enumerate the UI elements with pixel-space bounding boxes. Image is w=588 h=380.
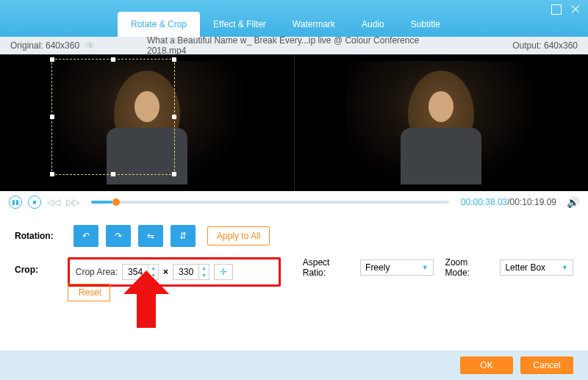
footer-bar: OK Cancel	[0, 351, 588, 380]
cancel-button[interactable]: Cancel	[520, 356, 573, 374]
zoom-mode-label: Zoom Mode:	[445, 257, 489, 278]
crop-height-stepper[interactable]: ▲▼	[173, 264, 209, 280]
crop-handle[interactable]	[50, 115, 54, 119]
crop-area-label: Crop Area:	[76, 267, 118, 277]
original-size-label: Original: 640x360	[10, 40, 79, 51]
crop-handle[interactable]	[172, 172, 176, 176]
prev-frame-button[interactable]: ◁◁	[47, 197, 60, 207]
time-current: 00:00:38.03	[461, 197, 507, 207]
volume-icon[interactable]: 🔊	[567, 196, 579, 208]
crop-handle[interactable]	[172, 115, 176, 119]
ok-button[interactable]: OK	[460, 356, 513, 374]
eye-icon[interactable]: 👁	[85, 40, 96, 51]
crop-handle[interactable]	[172, 57, 176, 62]
filename-label: What a Beautiful Name w_ Break Every...i…	[147, 35, 441, 56]
next-frame-button[interactable]: ▷▷	[66, 197, 79, 207]
crop-height-up[interactable]: ▲	[199, 265, 209, 272]
tab-audio[interactable]: Audio	[348, 12, 398, 37]
output-size-label: Output: 640x360	[512, 40, 578, 51]
player-bar: ▮▮ ■ ◁◁ ▷▷ 00:00:38.03/00:10:19.09 🔊	[0, 191, 588, 213]
reset-button[interactable]: Reset	[68, 284, 110, 301]
crop-handle[interactable]	[111, 57, 115, 62]
rotation-label: Rotation:	[15, 231, 74, 241]
zoom-mode-select[interactable]: Letter Box ▼	[500, 259, 573, 276]
crop-area-group: Crop Area: ▲▼ × ▲▼ ✛	[68, 257, 281, 287]
annotation-arrow	[123, 270, 169, 328]
maximize-icon[interactable]	[551, 4, 562, 15]
crop-handle[interactable]	[50, 172, 54, 176]
pause-button[interactable]: ▮▮	[9, 196, 22, 209]
seek-knob[interactable]	[112, 198, 120, 206]
crop-center-button[interactable]: ✛	[214, 264, 233, 280]
flip-vertical-button[interactable]: ⇵	[171, 225, 196, 247]
chevron-down-icon: ▼	[422, 264, 429, 271]
aspect-ratio-select[interactable]: Freely ▼	[360, 259, 434, 276]
tab-subtitle[interactable]: Subtitle	[398, 12, 453, 37]
title-bar: Rotate & Crop Effect & Filter Watermark …	[0, 0, 588, 37]
tab-bar: Rotate & Crop Effect & Filter Watermark …	[118, 12, 453, 37]
video-thumb-right	[345, 61, 537, 184]
crop-label: Crop:	[15, 257, 68, 275]
rotate-cw-button[interactable]: ↷	[106, 225, 131, 247]
time-total: /00:10:19.09	[507, 197, 556, 207]
crop-height-input[interactable]	[173, 267, 198, 277]
tab-watermark[interactable]: Watermark	[279, 12, 348, 37]
preview-output	[295, 54, 589, 191]
tab-effect-filter[interactable]: Effect & Filter	[200, 12, 279, 37]
preview-original[interactable]	[0, 54, 295, 191]
aspect-ratio-value: Freely	[365, 262, 390, 273]
rotate-ccw-button[interactable]: ↶	[74, 225, 98, 247]
crop-selection[interactable]	[51, 59, 175, 175]
tab-rotate-crop[interactable]: Rotate & Crop	[118, 12, 200, 37]
zoom-mode-value: Letter Box	[505, 262, 545, 273]
crop-handle[interactable]	[50, 57, 54, 62]
controls-area: Rotation: ↶ ↷ ⇋ ⇵ Apply to All Crop: Cro…	[0, 213, 588, 316]
crop-height-down[interactable]: ▼	[199, 272, 209, 279]
time-display: 00:00:38.03/00:10:19.09	[461, 197, 556, 207]
flip-horizontal-button[interactable]: ⇋	[138, 225, 163, 247]
apply-to-all-button[interactable]: Apply to All	[207, 226, 270, 245]
stop-button[interactable]: ■	[28, 196, 41, 209]
close-icon[interactable]	[570, 4, 581, 15]
crop-handle[interactable]	[111, 172, 115, 176]
seek-track[interactable]	[91, 201, 449, 204]
chevron-down-icon: ▼	[562, 264, 568, 271]
preview-row	[0, 54, 588, 191]
seek-fill	[91, 201, 112, 204]
info-bar: Original: 640x360 👁 What a Beautiful Nam…	[0, 37, 588, 54]
aspect-ratio-label: Aspect Ratio:	[303, 257, 348, 278]
